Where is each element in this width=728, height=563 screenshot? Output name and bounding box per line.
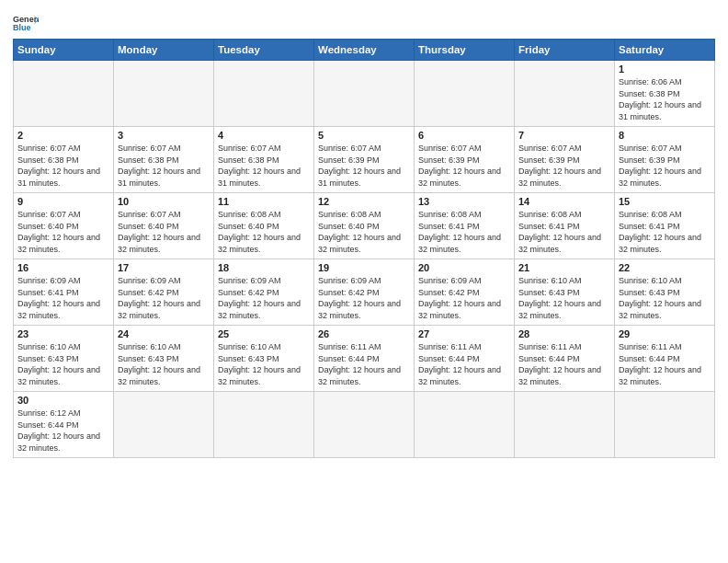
- calendar-cell: 9Sunrise: 6:07 AM Sunset: 6:40 PM Daylig…: [14, 193, 114, 259]
- day-number: 11: [218, 196, 310, 207]
- day-info: Sunrise: 6:08 AM Sunset: 6:40 PM Dayligh…: [218, 209, 310, 255]
- day-header-saturday: Saturday: [615, 40, 715, 61]
- days-header-row: SundayMondayTuesdayWednesdayThursdayFrid…: [14, 40, 715, 61]
- calendar-cell: [615, 392, 715, 458]
- week-row-2: 2Sunrise: 6:07 AM Sunset: 6:38 PM Daylig…: [14, 127, 715, 193]
- day-info: Sunrise: 6:07 AM Sunset: 6:38 PM Dayligh…: [118, 143, 210, 189]
- week-row-1: 1Sunrise: 6:06 AM Sunset: 6:38 PM Daylig…: [14, 61, 715, 127]
- day-number: 12: [318, 196, 410, 207]
- calendar-cell: 11Sunrise: 6:08 AM Sunset: 6:40 PM Dayli…: [214, 193, 314, 259]
- calendar-cell: 26Sunrise: 6:11 AM Sunset: 6:44 PM Dayli…: [314, 326, 415, 392]
- calendar-cell: 16Sunrise: 6:09 AM Sunset: 6:41 PM Dayli…: [14, 259, 114, 326]
- day-number: 20: [418, 262, 510, 273]
- calendar-cell: [14, 61, 114, 127]
- day-number: 10: [118, 196, 210, 207]
- calendar-cell: 22Sunrise: 6:10 AM Sunset: 6:43 PM Dayli…: [615, 259, 715, 326]
- day-number: 28: [518, 328, 610, 339]
- calendar-cell: 30Sunrise: 6:12 AM Sunset: 6:44 PM Dayli…: [14, 392, 114, 458]
- calendar-cell: [415, 61, 515, 127]
- week-row-5: 23Sunrise: 6:10 AM Sunset: 6:43 PM Dayli…: [14, 326, 715, 392]
- calendar-cell: 27Sunrise: 6:11 AM Sunset: 6:44 PM Dayli…: [415, 326, 515, 392]
- day-number: 29: [619, 328, 711, 339]
- day-number: 24: [118, 328, 210, 339]
- calendar-cell: 24Sunrise: 6:10 AM Sunset: 6:43 PM Dayli…: [114, 326, 214, 392]
- svg-text:Blue: Blue: [13, 23, 31, 32]
- day-info: Sunrise: 6:09 AM Sunset: 6:42 PM Dayligh…: [218, 275, 310, 321]
- calendar-cell: [515, 392, 615, 458]
- calendar-cell: 21Sunrise: 6:10 AM Sunset: 6:43 PM Dayli…: [515, 259, 615, 326]
- day-info: Sunrise: 6:07 AM Sunset: 6:39 PM Dayligh…: [418, 143, 510, 189]
- calendar-cell: 15Sunrise: 6:08 AM Sunset: 6:41 PM Dayli…: [615, 193, 715, 259]
- week-row-4: 16Sunrise: 6:09 AM Sunset: 6:41 PM Dayli…: [14, 259, 715, 326]
- day-header-thursday: Thursday: [415, 40, 515, 61]
- day-number: 16: [17, 262, 109, 273]
- calendar-cell: [114, 61, 214, 127]
- day-number: 6: [418, 130, 510, 141]
- day-info: Sunrise: 6:10 AM Sunset: 6:43 PM Dayligh…: [518, 275, 610, 321]
- day-header-tuesday: Tuesday: [214, 40, 314, 61]
- calendar-cell: [314, 61, 415, 127]
- calendar-cell: 25Sunrise: 6:10 AM Sunset: 6:43 PM Dayli…: [214, 326, 314, 392]
- calendar-cell: 29Sunrise: 6:11 AM Sunset: 6:44 PM Dayli…: [615, 326, 715, 392]
- day-number: 9: [17, 196, 109, 207]
- day-header-monday: Monday: [114, 40, 214, 61]
- day-info: Sunrise: 6:07 AM Sunset: 6:38 PM Dayligh…: [218, 143, 310, 189]
- day-info: Sunrise: 6:07 AM Sunset: 6:39 PM Dayligh…: [518, 143, 610, 189]
- day-number: 4: [218, 130, 310, 141]
- day-info: Sunrise: 6:09 AM Sunset: 6:42 PM Dayligh…: [418, 275, 510, 321]
- day-info: Sunrise: 6:08 AM Sunset: 6:41 PM Dayligh…: [619, 209, 711, 255]
- day-info: Sunrise: 6:09 AM Sunset: 6:42 PM Dayligh…: [118, 275, 210, 321]
- calendar-cell: [214, 61, 314, 127]
- day-number: 7: [518, 130, 610, 141]
- day-info: Sunrise: 6:10 AM Sunset: 6:43 PM Dayligh…: [17, 341, 109, 387]
- calendar-cell: 10Sunrise: 6:07 AM Sunset: 6:40 PM Dayli…: [114, 193, 214, 259]
- day-number: 17: [118, 262, 210, 273]
- day-number: 5: [318, 130, 410, 141]
- day-info: Sunrise: 6:10 AM Sunset: 6:43 PM Dayligh…: [619, 275, 711, 321]
- day-info: Sunrise: 6:07 AM Sunset: 6:38 PM Dayligh…: [17, 143, 109, 189]
- calendar-cell: 23Sunrise: 6:10 AM Sunset: 6:43 PM Dayli…: [14, 326, 114, 392]
- day-info: Sunrise: 6:10 AM Sunset: 6:43 PM Dayligh…: [218, 341, 310, 387]
- day-info: Sunrise: 6:11 AM Sunset: 6:44 PM Dayligh…: [619, 341, 711, 387]
- logo: General Blue: [13, 13, 39, 33]
- calendar-cell: 1Sunrise: 6:06 AM Sunset: 6:38 PM Daylig…: [615, 61, 715, 127]
- calendar-cell: 17Sunrise: 6:09 AM Sunset: 6:42 PM Dayli…: [114, 259, 214, 326]
- day-info: Sunrise: 6:10 AM Sunset: 6:43 PM Dayligh…: [118, 341, 210, 387]
- calendar-cell: 4Sunrise: 6:07 AM Sunset: 6:38 PM Daylig…: [214, 127, 314, 193]
- day-number: 27: [418, 328, 510, 339]
- day-number: 8: [619, 130, 711, 141]
- day-info: Sunrise: 6:08 AM Sunset: 6:40 PM Dayligh…: [318, 209, 410, 255]
- calendar-table: SundayMondayTuesdayWednesdayThursdayFrid…: [13, 39, 715, 458]
- day-header-friday: Friday: [515, 40, 615, 61]
- day-info: Sunrise: 6:08 AM Sunset: 6:41 PM Dayligh…: [418, 209, 510, 255]
- day-number: 26: [318, 328, 410, 339]
- day-number: 14: [518, 196, 610, 207]
- day-number: 25: [218, 328, 310, 339]
- day-info: Sunrise: 6:12 AM Sunset: 6:44 PM Dayligh…: [17, 408, 109, 454]
- week-row-3: 9Sunrise: 6:07 AM Sunset: 6:40 PM Daylig…: [14, 193, 715, 259]
- day-info: Sunrise: 6:07 AM Sunset: 6:39 PM Dayligh…: [318, 143, 410, 189]
- calendar-cell: 12Sunrise: 6:08 AM Sunset: 6:40 PM Dayli…: [314, 193, 415, 259]
- calendar-cell: 28Sunrise: 6:11 AM Sunset: 6:44 PM Dayli…: [515, 326, 615, 392]
- calendar-container: General Blue SundayMondayTuesdayWednesda…: [0, 0, 728, 563]
- day-number: 22: [619, 262, 711, 273]
- day-number: 13: [418, 196, 510, 207]
- calendar-cell: [314, 392, 415, 458]
- calendar-cell: 18Sunrise: 6:09 AM Sunset: 6:42 PM Dayli…: [214, 259, 314, 326]
- header-row: General Blue: [13, 9, 715, 33]
- calendar-cell: 2Sunrise: 6:07 AM Sunset: 6:38 PM Daylig…: [14, 127, 114, 193]
- day-number: 30: [17, 395, 109, 406]
- day-header-sunday: Sunday: [14, 40, 114, 61]
- day-info: Sunrise: 6:06 AM Sunset: 6:38 PM Dayligh…: [619, 76, 711, 122]
- generalblue-logo-icon: General Blue: [13, 13, 39, 33]
- calendar-cell: [214, 392, 314, 458]
- day-header-wednesday: Wednesday: [314, 40, 415, 61]
- calendar-cell: 7Sunrise: 6:07 AM Sunset: 6:39 PM Daylig…: [515, 127, 615, 193]
- day-info: Sunrise: 6:09 AM Sunset: 6:41 PM Dayligh…: [17, 275, 109, 321]
- calendar-cell: 19Sunrise: 6:09 AM Sunset: 6:42 PM Dayli…: [314, 259, 415, 326]
- day-info: Sunrise: 6:08 AM Sunset: 6:41 PM Dayligh…: [518, 209, 610, 255]
- calendar-cell: [114, 392, 214, 458]
- day-info: Sunrise: 6:07 AM Sunset: 6:40 PM Dayligh…: [17, 209, 109, 255]
- day-number: 15: [619, 196, 711, 207]
- calendar-cell: 5Sunrise: 6:07 AM Sunset: 6:39 PM Daylig…: [314, 127, 415, 193]
